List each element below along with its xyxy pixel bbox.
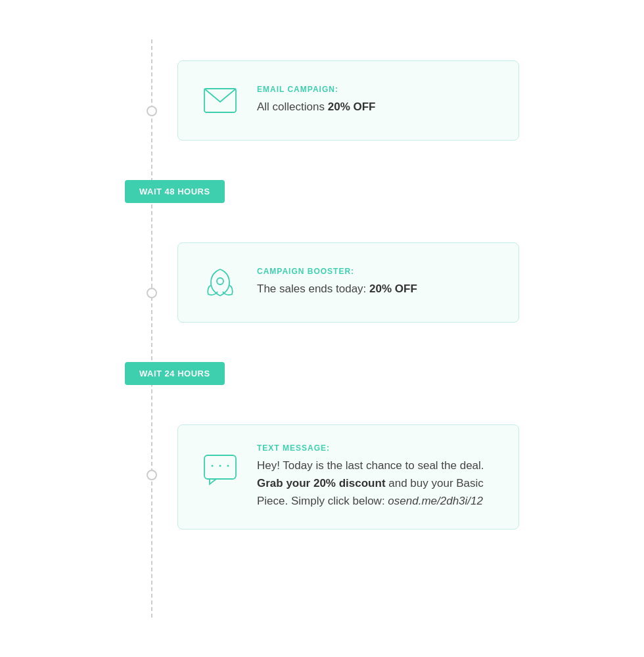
card-booster-text-bold: 20% OFF (369, 283, 417, 295)
card-text-bold: Grab your 20% discount (257, 477, 386, 489)
chat-icon-wrap (196, 446, 244, 493)
svg-rect-2 (204, 455, 236, 479)
step-email-campaign: EMAIL CAMPAIGN: All collections 20% OFF (112, 60, 572, 141)
card-text-italic: osend.me/2dh3i/12 (388, 495, 483, 507)
timeline-dot-booster (147, 288, 157, 298)
step-text-message: TEXT MESSAGE: Hey! Today is the last cha… (112, 424, 572, 530)
card-email-text-bold: 20% OFF (328, 101, 376, 113)
card-email-content: EMAIL CAMPAIGN: All collections 20% OFF (257, 85, 500, 116)
card-email-label: EMAIL CAMPAIGN: (257, 85, 500, 94)
step-campaign-booster: CAMPAIGN BOOSTER: The sales ends today: … (112, 242, 572, 323)
timeline-dot-email (147, 106, 157, 116)
card-booster-label: CAMPAIGN BOOSTER: (257, 267, 500, 276)
card-text-before: Hey! Today is the last chance to seal th… (257, 459, 484, 472)
card-text-message-content: TEXT MESSAGE: Hey! Today is the last cha… (257, 443, 500, 510)
wait-48-row: WAIT 48 HOURS (112, 162, 572, 221)
wait-24-badge: WAIT 24 HOURS (125, 362, 225, 385)
rocket-icon (203, 265, 237, 300)
email-icon (203, 87, 237, 114)
card-booster-text: The sales ends today: 20% OFF (257, 280, 500, 298)
card-campaign-booster: CAMPAIGN BOOSTER: The sales ends today: … (177, 242, 519, 323)
wait-48-badge: WAIT 48 HOURS (125, 180, 225, 203)
email-icon-wrap (196, 77, 244, 124)
card-booster-content: CAMPAIGN BOOSTER: The sales ends today: … (257, 267, 500, 298)
card-email-text-before: All collections (257, 101, 328, 113)
timeline-container: EMAIL CAMPAIGN: All collections 20% OFF … (112, 39, 572, 618)
chat-icon (203, 454, 237, 486)
card-email-campaign: EMAIL CAMPAIGN: All collections 20% OFF (177, 60, 519, 141)
card-text-message: TEXT MESSAGE: Hey! Today is the last cha… (177, 424, 519, 530)
rocket-icon-wrap (196, 259, 244, 306)
card-text-label: TEXT MESSAGE: (257, 443, 500, 453)
timeline-dot-text (147, 470, 157, 480)
card-email-text: All collections 20% OFF (257, 98, 500, 116)
card-text-body: Hey! Today is the last chance to seal th… (257, 457, 500, 510)
card-booster-text-before: The sales ends today: (257, 283, 369, 295)
wait-24-row: WAIT 24 HOURS (112, 344, 572, 403)
svg-point-1 (217, 278, 223, 284)
